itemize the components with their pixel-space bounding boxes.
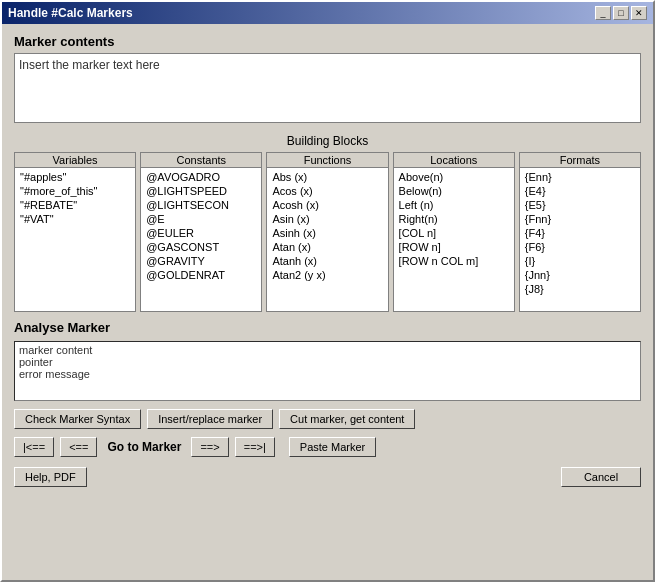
list-item[interactable]: Atan2 (y x) (269, 268, 385, 282)
go-to-marker-label: Go to Marker (107, 440, 181, 454)
list-item[interactable]: @GOLDENRAT (143, 268, 259, 282)
list-item[interactable]: Above(n) (396, 170, 512, 184)
titlebar-buttons: _ □ ✕ (595, 6, 647, 20)
functions-group: Functions Abs (x) Acos (x) Acosh (x) Asi… (266, 152, 388, 312)
variables-label: Variables (14, 152, 136, 167)
list-item[interactable]: Acosh (x) (269, 198, 385, 212)
list-item[interactable]: {Enn} (522, 170, 638, 184)
locations-group: Locations Above(n) Below(n) Left (n) Rig… (393, 152, 515, 312)
locations-list-inner: Above(n) Below(n) Left (n) Right(n) [COL… (394, 168, 514, 270)
insert-replace-button[interactable]: Insert/replace marker (147, 409, 273, 429)
building-blocks-section: Building Blocks Variables "#apples" "#mo… (14, 134, 641, 312)
analyse-line-3: error message (19, 368, 636, 380)
list-item[interactable]: "#more_of_this" (17, 184, 133, 198)
list-item[interactable]: @E (143, 212, 259, 226)
list-item[interactable]: @LIGHTSECON (143, 198, 259, 212)
list-item[interactable]: Abs (x) (269, 170, 385, 184)
list-item[interactable]: {I} (522, 254, 638, 268)
functions-list-inner: Abs (x) Acos (x) Acosh (x) Asin (x) Asin… (267, 168, 387, 284)
titlebar: Handle #Calc Markers _ □ ✕ (2, 2, 653, 24)
constants-group: Constants @AVOGADRO @LIGHTSPEED @LIGHTSE… (140, 152, 262, 312)
list-item[interactable]: "#VAT" (17, 212, 133, 226)
analyse-marker-section: Analyse Marker marker content pointer er… (14, 320, 641, 401)
nav-last-button[interactable]: ==>| (235, 437, 275, 457)
nav-first-button[interactable]: |<== (14, 437, 54, 457)
list-item[interactable]: {F6} (522, 240, 638, 254)
blocks-row: Variables "#apples" "#more_of_this" "#RE… (14, 152, 641, 312)
formats-label: Formats (519, 152, 641, 167)
main-content: Marker contents Building Blocks Variable… (2, 24, 653, 580)
analyse-marker-box: marker content pointer error message (14, 341, 641, 401)
list-item[interactable]: @GRAVITY (143, 254, 259, 268)
list-item[interactable]: Atan (x) (269, 240, 385, 254)
list-item[interactable]: Left (n) (396, 198, 512, 212)
list-item[interactable]: {E5} (522, 198, 638, 212)
cancel-button[interactable]: Cancel (561, 467, 641, 487)
close-button[interactable]: ✕ (631, 6, 647, 20)
list-item[interactable]: Asin (x) (269, 212, 385, 226)
nav-buttons-row: |<== <== Go to Marker ==> ==>| Paste Mar… (14, 437, 641, 457)
marker-contents-title: Marker contents (14, 34, 641, 49)
main-window: Handle #Calc Markers _ □ ✕ Marker conten… (0, 0, 655, 582)
building-blocks-label: Building Blocks (14, 134, 641, 148)
formats-group: Formats {Enn} {E4} {E5} {Fnn} {F4} {F6} … (519, 152, 641, 312)
variables-list[interactable]: "#apples" "#more_of_this" "#REBATE" "#VA… (14, 167, 136, 312)
locations-list[interactable]: Above(n) Below(n) Left (n) Right(n) [COL… (393, 167, 515, 312)
list-item[interactable]: Atanh (x) (269, 254, 385, 268)
functions-label: Functions (266, 152, 388, 167)
functions-list[interactable]: Abs (x) Acos (x) Acosh (x) Asin (x) Asin… (266, 167, 388, 312)
list-item[interactable]: {Fnn} (522, 212, 638, 226)
help-pdf-button[interactable]: Help, PDF (14, 467, 87, 487)
list-item[interactable]: Below(n) (396, 184, 512, 198)
constants-list-inner: @AVOGADRO @LIGHTSPEED @LIGHTSECON @E @EU… (141, 168, 261, 284)
list-item[interactable]: Acos (x) (269, 184, 385, 198)
marker-contents-input[interactable] (14, 53, 641, 123)
list-item[interactable]: [ROW n COL m] (396, 254, 512, 268)
variables-group: Variables "#apples" "#more_of_this" "#RE… (14, 152, 136, 312)
restore-button[interactable]: □ (613, 6, 629, 20)
list-item[interactable]: [ROW n] (396, 240, 512, 254)
list-item[interactable]: {E4} (522, 184, 638, 198)
constants-list[interactable]: @AVOGADRO @LIGHTSPEED @LIGHTSECON @E @EU… (140, 167, 262, 312)
check-syntax-button[interactable]: Check Marker Syntax (14, 409, 141, 429)
list-item[interactable]: @LIGHTSPEED (143, 184, 259, 198)
marker-contents-section: Marker contents (14, 34, 641, 126)
nav-prev-button[interactable]: <== (60, 437, 97, 457)
formats-list-inner: {Enn} {E4} {E5} {Fnn} {F4} {F6} {I} {Jnn… (520, 168, 640, 298)
action-buttons-row: Check Marker Syntax Insert/replace marke… (14, 409, 641, 429)
variables-list-inner: "#apples" "#more_of_this" "#REBATE" "#VA… (15, 168, 135, 228)
analyse-line-2: pointer (19, 356, 636, 368)
list-item[interactable]: @AVOGADRO (143, 170, 259, 184)
list-item[interactable]: [COL n] (396, 226, 512, 240)
bottom-buttons-row: Help, PDF Cancel (14, 467, 641, 487)
list-item[interactable]: Asinh (x) (269, 226, 385, 240)
paste-marker-button[interactable]: Paste Marker (289, 437, 376, 457)
list-item[interactable]: @EULER (143, 226, 259, 240)
cut-get-button[interactable]: Cut marker, get content (279, 409, 415, 429)
formats-list[interactable]: {Enn} {E4} {E5} {Fnn} {F4} {F6} {I} {Jnn… (519, 167, 641, 312)
list-item[interactable]: "#apples" (17, 170, 133, 184)
analyse-line-1: marker content (19, 344, 636, 356)
locations-label: Locations (393, 152, 515, 167)
list-item[interactable]: "#REBATE" (17, 198, 133, 212)
list-item[interactable]: {F4} (522, 226, 638, 240)
list-item[interactable]: Right(n) (396, 212, 512, 226)
list-item[interactable]: {Jnn} (522, 268, 638, 282)
list-item[interactable]: @GASCONST (143, 240, 259, 254)
minimize-button[interactable]: _ (595, 6, 611, 20)
nav-next-button[interactable]: ==> (191, 437, 228, 457)
list-item[interactable]: {J8} (522, 282, 638, 296)
analyse-marker-title: Analyse Marker (14, 320, 641, 335)
window-title: Handle #Calc Markers (8, 6, 133, 20)
constants-label: Constants (140, 152, 262, 167)
